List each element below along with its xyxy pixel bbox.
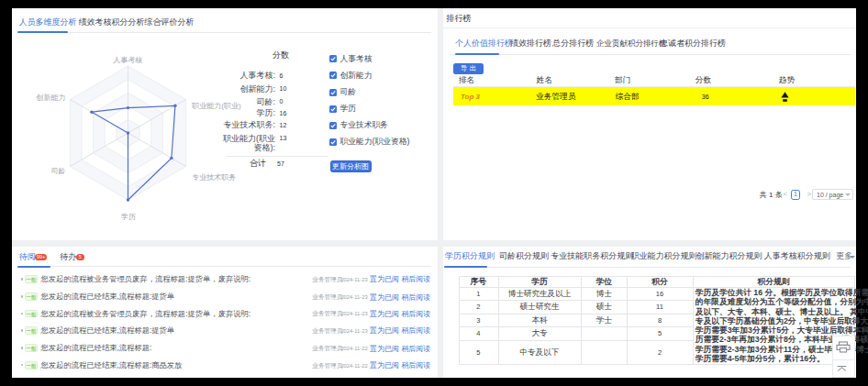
- svg-text:学历: 学历: [121, 213, 136, 221]
- svg-text:司龄: 司龄: [50, 167, 65, 175]
- svg-text:创新能力: 创新能力: [35, 94, 65, 102]
- svg-text:职业能力(职业): 职业能力(职业): [191, 102, 241, 110]
- svg-text:人事考核: 人事考核: [113, 56, 143, 64]
- svg-text:专业技术职务: 专业技术职务: [192, 173, 236, 182]
